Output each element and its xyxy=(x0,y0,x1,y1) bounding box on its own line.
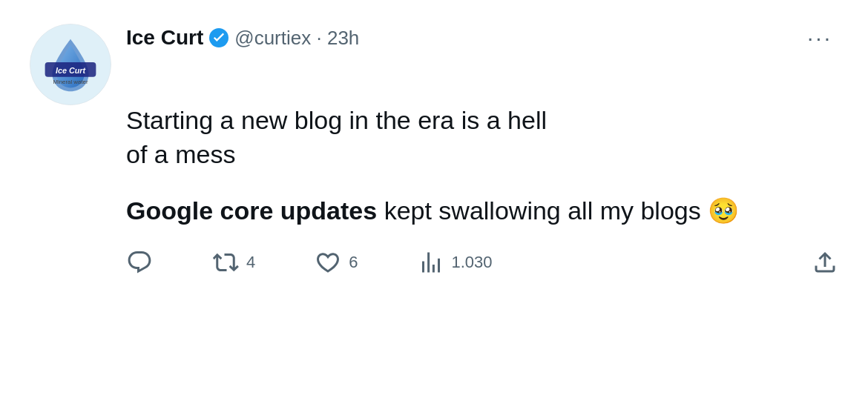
avatar[interactable]: Ice Curt Mineral water xyxy=(30,24,111,105)
tweet-emoji: 🥹 xyxy=(708,196,739,225)
tweet-bold-text: Google core updates xyxy=(126,196,377,225)
more-options-button[interactable]: ··· xyxy=(801,24,838,52)
user-line: Ice Curt @curtiex · 23h ··· xyxy=(126,24,838,52)
views-count: 1.030 xyxy=(452,253,493,272)
retweet-count: 4 xyxy=(246,253,255,272)
views-button[interactable]: 1.030 xyxy=(418,249,493,276)
tweet-text-line2: of a mess xyxy=(126,138,838,172)
share-button[interactable] xyxy=(812,249,838,276)
tweet-meta: Ice Curt @curtiex · 23h ··· xyxy=(126,24,838,56)
tweet-header: Ice Curt Mineral water Ice Curt @curtiex… xyxy=(30,24,838,105)
share-icon xyxy=(812,249,838,276)
tweet-card: Ice Curt Mineral water Ice Curt @curtiex… xyxy=(0,0,868,401)
retweet-icon xyxy=(212,249,239,276)
tweet-body: Starting a new blog in the era is a hell… xyxy=(126,104,838,228)
handle-time: @curtiex · 23h xyxy=(234,27,359,50)
svg-text:Ice Curt: Ice Curt xyxy=(56,66,86,75)
svg-text:Mineral water: Mineral water xyxy=(53,79,88,86)
like-count: 6 xyxy=(349,253,358,272)
verified-badge-icon xyxy=(209,28,228,47)
reply-icon xyxy=(126,249,153,276)
heart-icon xyxy=(315,249,341,276)
tweet-actions: 4 6 1.030 xyxy=(126,249,838,276)
retweet-button[interactable]: 4 xyxy=(212,249,255,276)
tweet-text-paragraph2: Google core updates kept swallowing all … xyxy=(126,194,838,228)
tweet-rest-text: kept swallowing all my blogs xyxy=(377,196,708,225)
reply-button[interactable] xyxy=(126,249,153,276)
like-button[interactable]: 6 xyxy=(315,249,358,276)
display-name: Ice Curt xyxy=(126,26,203,50)
tweet-text-line1: Starting a new blog in the era is a hell xyxy=(126,104,838,138)
views-icon xyxy=(418,249,444,276)
